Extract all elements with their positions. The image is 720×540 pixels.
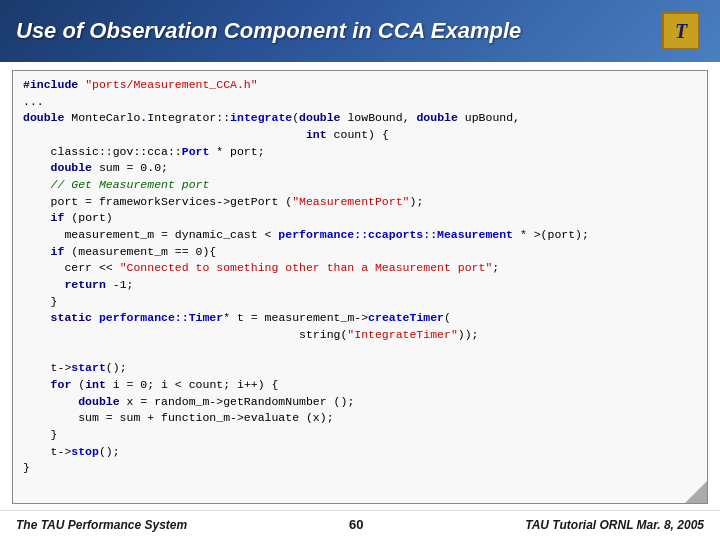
footer-right: TAU Tutorial ORNL Mar. 8, 2005 — [525, 518, 704, 532]
slide-footer: The TAU Performance System 60 TAU Tutori… — [0, 510, 720, 540]
tau-logo: T — [662, 12, 700, 50]
code-container: #include "ports/Measurement_CCA.h" ... d… — [12, 70, 708, 504]
footer-left: The TAU Performance System — [16, 518, 187, 532]
footer-page-number: 60 — [349, 517, 363, 532]
slide: Use of Observation Component in CCA Exam… — [0, 0, 720, 540]
code-block: #include "ports/Measurement_CCA.h" ... d… — [13, 71, 707, 483]
slide-header: Use of Observation Component in CCA Exam… — [0, 0, 720, 62]
slide-title: Use of Observation Component in CCA Exam… — [16, 18, 521, 44]
